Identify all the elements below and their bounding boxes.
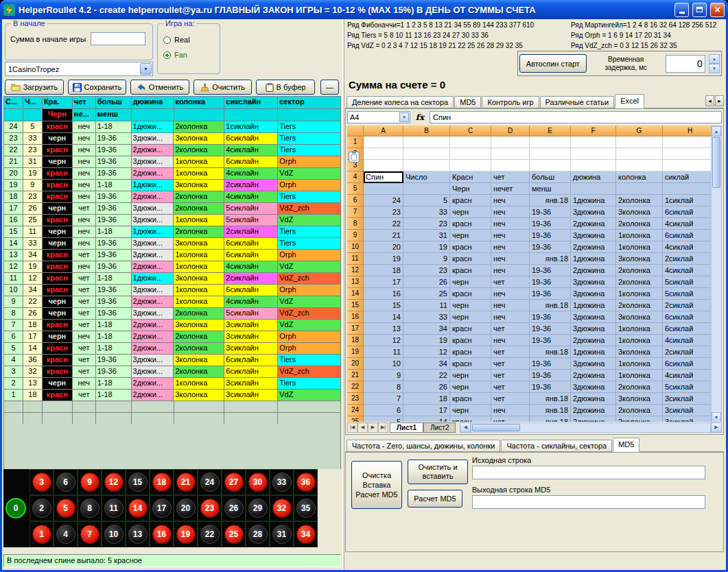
excel-cell[interactable]: янв.18 [530,393,571,405]
excel-cell[interactable]: 6сиклай [663,358,711,370]
excel-cell[interactable]: 4сиклай [663,335,711,346]
excel-row-header[interactable]: 10 [347,241,364,253]
excel-cell[interactable]: 2колонка [616,381,663,393]
excel-cell[interactable]: 19 [403,241,450,253]
excel-cell[interactable]: красн [450,393,491,405]
excel-cell[interactable]: 19-36 [530,276,571,288]
excel-cell[interactable]: неч [491,311,530,323]
excel-row-header[interactable]: 11 [347,253,364,265]
roulette-number[interactable]: 5 [56,499,75,518]
excel-cell[interactable]: 5сиклай [663,381,711,393]
tab-freq-sixlines[interactable]: Частота - сиклайны, сектора [501,440,612,451]
excel-cell[interactable]: 3сиклай [663,405,711,416]
excel-cell[interactable]: янв.18 [530,253,571,265]
excel-cell[interactable]: колонка [616,171,663,183]
roulette-number[interactable]: 3 [32,473,51,492]
excel-cell[interactable]: 1колонка [616,358,663,370]
tab-game-control[interactable]: Контроль игр [482,96,539,108]
excel-cell[interactable]: янв.18 [530,300,571,311]
scroll-left-icon[interactable]: ◀ [460,422,471,433]
excel-cell[interactable]: 10 [364,358,403,370]
roulette-number[interactable]: 13 [128,525,148,544]
excel-row-header[interactable]: 13 [347,276,364,288]
excel-cell[interactable]: 4сиклай [663,218,711,230]
excel-cell[interactable]: 1дюжина [571,195,616,206]
excel-cell[interactable]: 17 [364,276,403,288]
scroll-up-icon[interactable]: ▲ [712,126,721,136]
excel-row-header[interactable]: 1 [347,136,364,148]
excel-cell[interactable] [616,183,663,195]
excel-column-header[interactable]: D [491,126,530,136]
excel-cell[interactable]: 31 [403,230,450,241]
excel-cell[interactable] [491,160,530,171]
excel-cell[interactable]: неч [491,253,530,265]
excel-cell[interactable]: 18 [403,393,450,405]
excel-cell[interactable]: 2сиклай [663,346,711,358]
sheet-tab-лист2[interactable]: Лист2 [423,422,456,433]
roulette-number[interactable]: 6 [56,473,75,492]
roulette-number-zero[interactable]: 0 [5,498,26,519]
excel-cell[interactable]: 23 [403,218,450,230]
excel-cell[interactable]: 33 [403,206,450,218]
excel-row-header[interactable]: 23 [347,393,364,405]
excel-cell[interactable]: неч [491,195,530,206]
roulette-number[interactable]: 15 [128,473,148,492]
md5-input[interactable] [472,466,705,479]
vertical-scrollbar[interactable]: ▲ ▼ [711,126,722,423]
excel-cell[interactable] [530,148,571,160]
excel-cell[interactable]: 1колонка [616,241,663,253]
casino-select[interactable]: 1CasinoTropez ▼ [5,62,153,76]
excel-row-header[interactable]: 4 [347,171,364,183]
excel-cell[interactable]: 3колонка [616,206,663,218]
excel-cell[interactable]: неч [491,405,530,416]
excel-cell[interactable]: 3дюжина [571,276,616,288]
excel-cell[interactable]: чет [491,276,530,288]
excel-cell[interactable]: 4сиклай [663,265,711,276]
excel-cell[interactable]: красн [450,358,491,370]
excel-cell[interactable] [530,136,571,148]
excel-cell[interactable] [571,183,616,195]
roulette-number[interactable]: 20 [176,499,196,518]
excel-cell[interactable] [571,160,616,171]
excel-row-header[interactable]: 21 [347,370,364,381]
tab-scroller[interactable]: ◂ ▸ [705,95,724,106]
excel-cell[interactable]: 3дюжина [571,358,616,370]
excel-cell[interactable] [491,148,530,160]
excel-cell[interactable]: 5сиклай [663,276,711,288]
excel-cell[interactable]: 19-36 [530,218,571,230]
excel-cell[interactable]: неч [491,300,530,311]
excel-cell[interactable]: черн [450,370,491,381]
excel-cell[interactable]: Число [403,171,450,183]
excel-cell[interactable]: 24 [364,195,403,206]
excel-cell[interactable]: 19-36 [530,381,571,393]
excel-cell[interactable]: 6 [364,405,403,416]
excel-row-header[interactable]: 22 [347,381,364,393]
excel-cell[interactable]: 11 [364,346,403,358]
excel-cell[interactable]: 21 [364,230,403,241]
excel-cell[interactable]: дюжина [571,171,616,183]
excel-cell[interactable]: сиклай [663,171,711,183]
excel-cell[interactable]: чет [491,346,530,358]
excel-cell[interactable]: 25 [403,288,450,300]
excel-cell[interactable] [450,136,491,148]
roulette-number[interactable]: 30 [248,473,268,492]
roulette-number[interactable]: 22 [200,525,220,544]
excel-cell[interactable]: 19-36 [530,358,571,370]
excel-cell[interactable]: 14 [364,311,403,323]
excel-cell[interactable]: красн [450,195,491,206]
excel-cell[interactable]: 2дюжина [571,393,616,405]
excel-cell[interactable]: 2колонка [616,218,663,230]
excel-row-header[interactable]: 17 [347,323,364,335]
excel-cell[interactable] [571,136,616,148]
excel-cell[interactable]: Черн [450,183,491,195]
delay-spinner[interactable]: ▲ ▼ [709,54,720,73]
excel-cell[interactable] [530,160,571,171]
load-button[interactable]: Загрузить [5,80,64,95]
scroll-left-icon[interactable]: ◂ [705,95,714,106]
excel-cell[interactable]: 3колонка [616,311,663,323]
excel-cell[interactable]: 1дюжина [571,253,616,265]
excel-cell[interactable] [571,148,616,160]
title-bar[interactable]: HelperRoullet 4.2 - create helperroullet… [0,0,728,19]
excel-cell[interactable]: 1дюжина [571,300,616,311]
excel-cell[interactable]: 3сиклай [663,393,711,405]
